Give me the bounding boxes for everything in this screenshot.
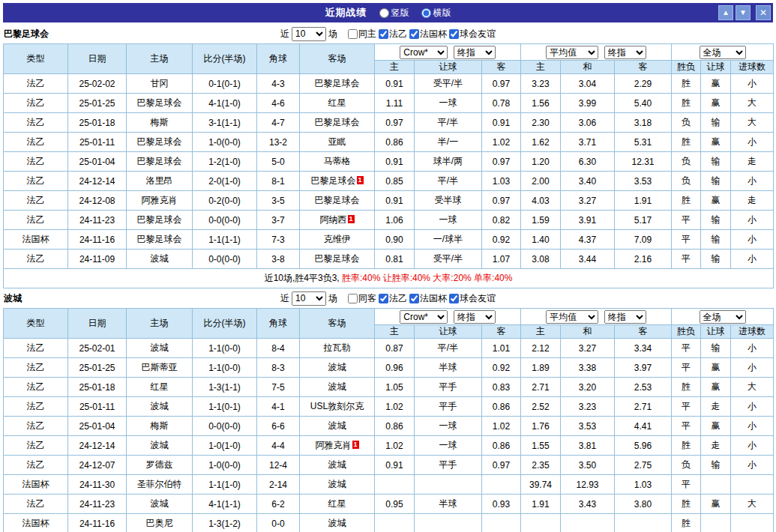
league-cell: 法乙 xyxy=(4,495,68,514)
date-cell: 25-01-04 xyxy=(68,152,127,172)
titlebar-buttons: ▲ ▼ ✕ xyxy=(718,5,771,20)
odds-away-cell xyxy=(482,475,521,495)
filter-league-friendly[interactable]: 球会友谊 xyxy=(449,28,496,40)
avg-final-select[interactable]: 终指 xyxy=(604,310,646,324)
avg-away-cell: 12.31 xyxy=(615,152,672,172)
avg-away-cell: 3.18 xyxy=(615,113,672,133)
section-header-pau: 波城 近 10 场 同客 法乙 法国杯 球会友谊 xyxy=(3,288,773,308)
odds-final-select[interactable]: 终指 xyxy=(454,310,496,324)
avg-draw-cell: 3.04 xyxy=(561,74,615,94)
filter-league-friendly[interactable]: 球会友谊 xyxy=(449,292,496,305)
layout-radio-horizontal[interactable]: 横版 xyxy=(421,7,451,19)
layout-radio-vertical[interactable]: 竖版 xyxy=(379,7,409,19)
score-cell: 0-2(0-0) xyxy=(193,191,257,211)
col-header-corner: 角球 xyxy=(257,309,300,339)
odds-home-cell: 0.91 xyxy=(375,74,415,94)
corner-cell: 12-4 xyxy=(257,456,300,475)
odds-handicap-cell: 一球 xyxy=(415,211,482,230)
league-checkbox[interactable] xyxy=(409,29,419,39)
league-checkbox[interactable] xyxy=(449,29,459,39)
handicap-result-cell: 走 xyxy=(701,436,731,456)
horizontal-radio[interactable] xyxy=(421,8,431,18)
fulltime-select[interactable]: 全场 xyxy=(700,46,746,59)
odds-source-select[interactable]: Crow* xyxy=(400,310,448,324)
odds-away-cell xyxy=(482,514,521,532)
col-header-type: 类型 xyxy=(4,309,68,339)
corner-cell: 4-1 xyxy=(257,397,300,417)
handicap-result-cell: 输 xyxy=(701,211,731,230)
odds-away-cell: 0.83 xyxy=(482,378,521,397)
avg-home-cell: 2.52 xyxy=(521,397,561,417)
result-cell: 负 xyxy=(672,172,701,191)
odds-source-select[interactable]: Crow* xyxy=(400,46,448,59)
filter-league-cup[interactable]: 法国杯 xyxy=(409,292,447,305)
avg-home-cell: 1.91 xyxy=(521,495,561,514)
filter-league-cup[interactable]: 法国杯 xyxy=(409,28,447,40)
result-cell: 平 xyxy=(672,339,701,358)
score-cell: 4-1(1-0) xyxy=(193,94,257,113)
match-row: 法乙24-11-09波城0-0(0-0)3-8巴黎足球会0.81受平/半1.07… xyxy=(4,250,774,269)
corner-cell: 8-1 xyxy=(257,172,300,191)
home-team-cell: 甘冈 xyxy=(127,74,193,94)
same-venue-checkbox[interactable] xyxy=(348,294,358,303)
avg-draw-cell: 3.50 xyxy=(561,456,615,475)
filter-league-ligue2[interactable]: 法乙 xyxy=(379,28,407,40)
goals-result-cell: 小 xyxy=(731,133,774,152)
odds-final-select[interactable]: 终指 xyxy=(454,46,496,59)
odds-home-cell: 1.05 xyxy=(375,378,415,397)
avg-draw-cell: 4.37 xyxy=(561,230,615,250)
handicap-result-cell: 走 xyxy=(701,397,731,417)
same-venue-checkbox[interactable] xyxy=(348,29,358,39)
odds-home-cell: 1.11 xyxy=(375,94,415,113)
filter-league-ligue2[interactable]: 法乙 xyxy=(379,292,407,305)
red-card-badge: 1 xyxy=(348,215,355,223)
result-cell: 平 xyxy=(672,211,701,230)
fulltime-header: 全场 xyxy=(672,309,774,325)
odds-home-cell xyxy=(375,514,415,532)
summary-text: 近10场,胜4平3负3, xyxy=(265,273,342,283)
match-row: 法乙25-01-11巴黎足球会1-0(0-0)13-2亚眠0.86半/一1.02… xyxy=(4,133,774,152)
date-cell: 24-11-16 xyxy=(68,514,127,532)
filter-same-venue[interactable]: 同客 xyxy=(348,292,376,305)
odds-away-cell: 1.03 xyxy=(482,172,521,191)
odds-handicap-cell: 受半球 xyxy=(415,191,482,211)
near-label: 近 xyxy=(280,28,289,40)
match-row: 法乙25-01-11波城1-1(0-1)4-1USL敦刻尔克1.02平手0.86… xyxy=(4,397,774,417)
avg-source-select[interactable]: 平均值 xyxy=(546,46,598,59)
score-cell: 1-1(0-0) xyxy=(193,358,257,378)
vertical-radio[interactable] xyxy=(379,8,389,18)
away-team-cell: 巴黎足球会 xyxy=(300,113,375,133)
scroll-down-button[interactable]: ▼ xyxy=(736,5,751,20)
goals-result-cell: 小 xyxy=(731,339,774,358)
league-checkbox[interactable] xyxy=(409,294,419,303)
league-checkbox[interactable] xyxy=(379,29,388,39)
avg-home-cell: 2.12 xyxy=(521,339,561,358)
avg-final-select[interactable]: 终指 xyxy=(604,46,646,59)
goals-result-cell: 小 xyxy=(731,358,774,378)
away-team-cell: 波城 xyxy=(300,417,375,436)
corner-cell: 8-3 xyxy=(257,358,300,378)
goals-result-cell: 大 xyxy=(731,495,774,514)
match-row: 法乙25-01-25巴斯蒂亚1-1(0-0)8-3波城0.96半球0.921.8… xyxy=(4,358,774,378)
fulltime-select[interactable]: 全场 xyxy=(700,310,746,324)
odds-handicap-cell: 平手 xyxy=(415,397,482,417)
date-cell: 24-11-30 xyxy=(68,475,127,495)
league-checkbox[interactable] xyxy=(449,294,459,303)
close-button[interactable]: ✕ xyxy=(756,5,771,20)
avg-draw-cell: 3.20 xyxy=(561,378,615,397)
avg-draw-cell: 3.40 xyxy=(561,172,615,191)
scroll-up-button[interactable]: ▲ xyxy=(718,5,733,20)
odds-handicap-cell: 半球 xyxy=(415,495,482,514)
corner-cell: 5-0 xyxy=(257,152,300,172)
match-count-select[interactable]: 10 xyxy=(292,291,326,306)
odds-home-cell: 0.91 xyxy=(375,191,415,211)
col-header-avg-away: 客 xyxy=(615,325,672,339)
avg-away-cell: 1.03 xyxy=(615,475,672,495)
league-checkbox[interactable] xyxy=(379,294,388,303)
handicap-result-cell: 赢 xyxy=(701,358,731,378)
filter-same-venue[interactable]: 同主 xyxy=(348,28,376,40)
match-count-select[interactable]: 10 xyxy=(292,27,326,41)
corner-cell: 0-0 xyxy=(257,514,300,532)
league-cell: 法乙 xyxy=(4,74,68,94)
avg-source-select[interactable]: 平均值 xyxy=(546,310,598,324)
